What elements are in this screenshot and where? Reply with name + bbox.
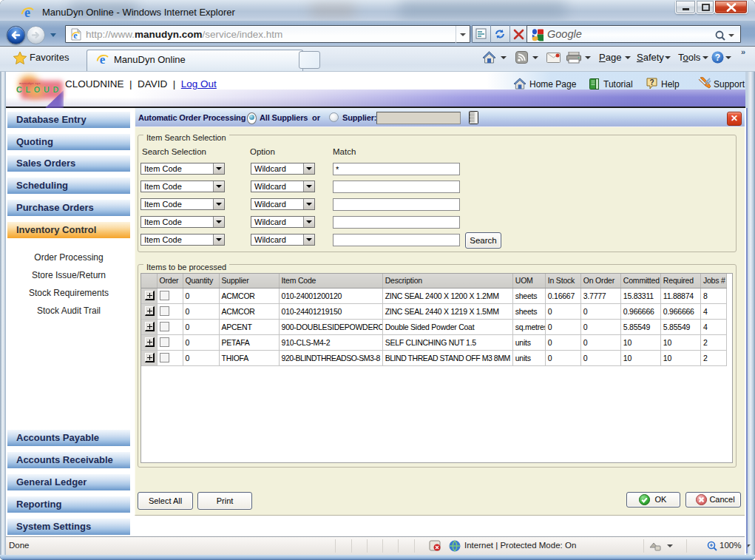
- svg-text:?: ?: [715, 53, 720, 63]
- svg-text:?: ?: [649, 78, 654, 87]
